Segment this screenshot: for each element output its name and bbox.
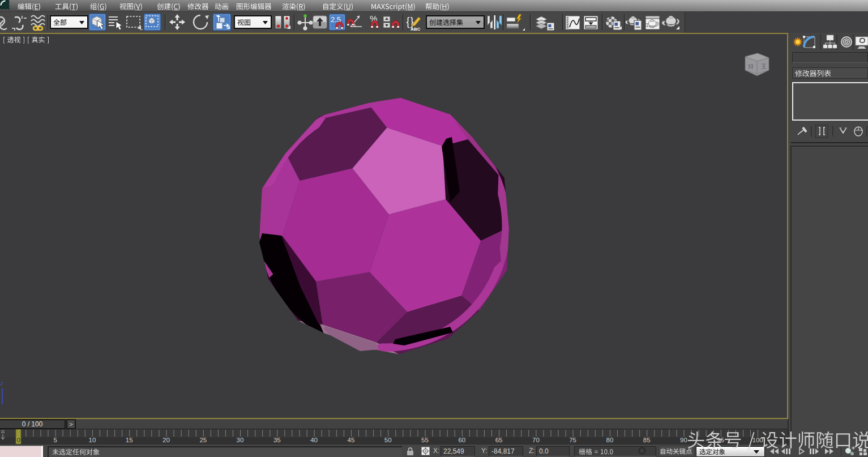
svg-text:80: 80 (606, 437, 614, 443)
svg-text:90: 90 (680, 437, 687, 443)
svg-text:25: 25 (199, 437, 207, 443)
svg-text:50: 50 (384, 437, 392, 443)
svg-text:60: 60 (458, 437, 465, 443)
svg-text:75: 75 (569, 437, 576, 443)
svg-text:30: 30 (237, 437, 244, 443)
svg-text:45: 45 (348, 437, 355, 443)
svg-text:40: 40 (310, 437, 318, 443)
svg-text:0: 0 (17, 437, 20, 443)
svg-text:z: z (0, 381, 3, 386)
svg-text:20: 20 (163, 437, 170, 443)
svg-text:55: 55 (421, 437, 429, 443)
svg-text:10: 10 (89, 437, 96, 443)
svg-text:85: 85 (643, 437, 651, 443)
svg-text:ABC: ABC (411, 27, 421, 32)
svg-text:70: 70 (532, 437, 540, 443)
svg-text:5: 5 (53, 437, 57, 443)
svg-text:15: 15 (126, 437, 133, 443)
svg-text:65: 65 (495, 437, 503, 443)
svg-text:35: 35 (273, 437, 281, 443)
